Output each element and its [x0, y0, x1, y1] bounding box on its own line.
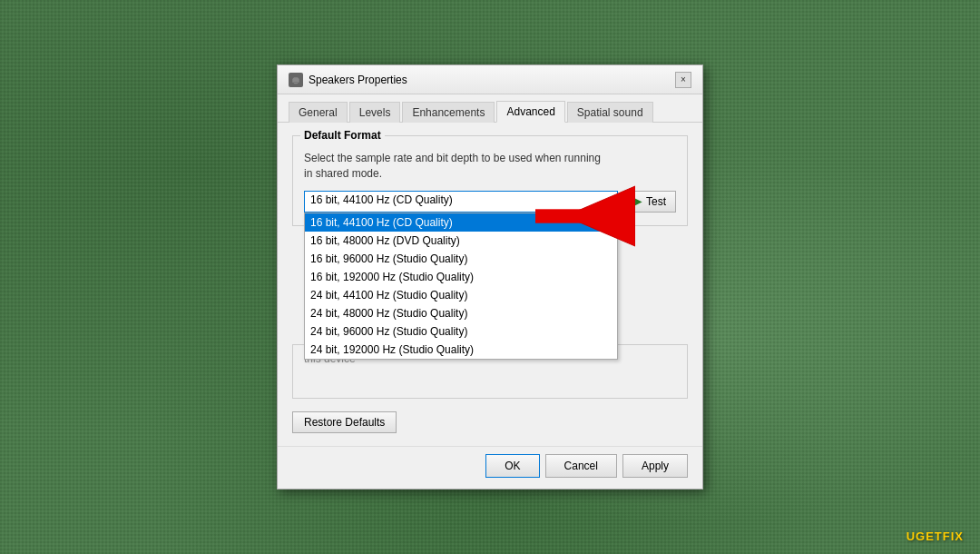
dropdown-option-4[interactable]: 24 bit, 44100 Hz (Studio Quality) — [305, 286, 617, 304]
dropdown-option-3[interactable]: 16 bit, 192000 Hz (Studio Quality) — [305, 268, 617, 286]
tab-advanced[interactable]: Advanced — [496, 101, 564, 123]
dialog-icon — [289, 73, 303, 87]
test-button[interactable]: ▶ Test — [625, 191, 676, 213]
title-bar: Speakers Properties × — [278, 65, 702, 94]
format-dropdown-list[interactable]: 16 bit, 44100 Hz (CD Quality) 16 bit, 48… — [304, 213, 618, 360]
tab-enhancements[interactable]: Enhancements — [402, 102, 495, 123]
test-button-label: Test — [646, 195, 666, 208]
dropdown-option-7[interactable]: 24 bit, 192000 Hz (Studio Quality) — [305, 341, 617, 359]
title-bar-left: Speakers Properties — [289, 73, 407, 87]
dialog-content: Default Format Select the sample rate an… — [278, 123, 702, 446]
dropdown-option-6[interactable]: 24 bit, 96000 Hz (Studio Quality) — [305, 322, 617, 341]
tab-levels[interactable]: Levels — [349, 102, 401, 123]
group-title: Default Format — [300, 129, 385, 142]
restore-defaults-button[interactable]: Restore Defaults — [292, 411, 397, 433]
speakers-properties-dialog: Speakers Properties × General Levels Enh… — [277, 64, 703, 490]
dropdown-option-2[interactable]: 16 bit, 96000 Hz (Studio Quality) — [305, 250, 617, 268]
play-icon: ▶ — [635, 196, 642, 206]
close-button[interactable]: × — [675, 72, 691, 88]
tab-general[interactable]: General — [289, 102, 348, 123]
apply-button[interactable]: Apply — [622, 454, 688, 478]
default-format-group: Default Format Select the sample rate an… — [292, 135, 688, 226]
watermark: UGETFIX — [906, 529, 964, 543]
watermark-text: UGETFIX — [906, 529, 964, 543]
format-dropdown[interactable]: 16 bit, 44100 Hz (CD Quality) — [304, 191, 618, 213]
format-dropdown-row: 16 bit, 44100 Hz (CD Quality) 16 bit, 44… — [304, 191, 676, 213]
format-dropdown-wrapper: 16 bit, 44100 Hz (CD Quality) 16 bit, 44… — [304, 191, 618, 213]
restore-area: Restore Defaults — [292, 411, 688, 433]
ok-button[interactable]: OK — [485, 454, 539, 478]
tab-bar: General Levels Enhancements Advanced Spa… — [278, 94, 702, 123]
cancel-button[interactable]: Cancel — [545, 454, 617, 478]
dialog-title: Speakers Properties — [309, 74, 407, 86]
dropdown-option-1[interactable]: 16 bit, 48000 Hz (DVD Quality) — [305, 232, 617, 250]
dropdown-option-5[interactable]: 24 bit, 48000 Hz (Studio Quality) — [305, 304, 617, 322]
group-description: Select the sample rate and bit depth to … — [304, 151, 676, 182]
tab-spatial-sound[interactable]: Spatial sound — [567, 102, 653, 123]
dialog-footer: OK Cancel Apply — [278, 446, 702, 489]
dropdown-option-0[interactable]: 16 bit, 44100 Hz (CD Quality) — [305, 213, 617, 232]
svg-rect-3 — [294, 83, 298, 84]
